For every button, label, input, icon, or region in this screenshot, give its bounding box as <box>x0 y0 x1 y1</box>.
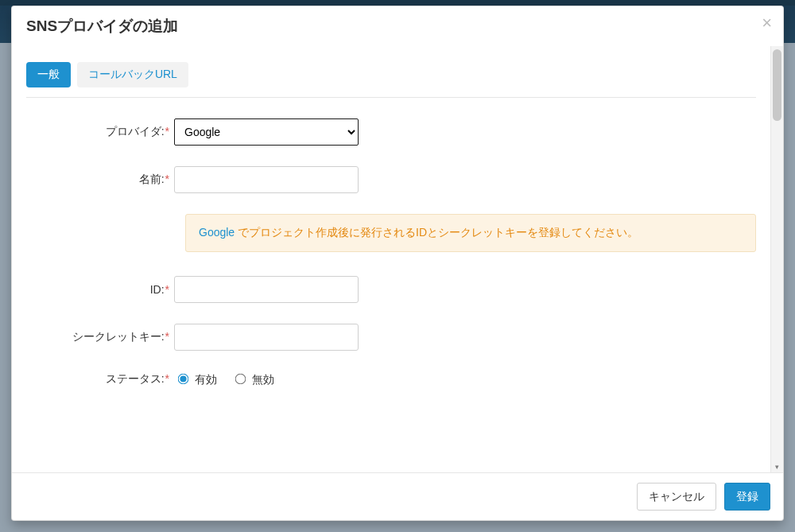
label-status-text: ステータス: <box>106 372 165 385</box>
modal-add-sns-provider: SNSプロバイダの追加 × ▴ ▾ 一般 コールバックURL プロバイダ:* <box>11 6 784 521</box>
label-id: ID:* <box>26 283 174 296</box>
cancel-button[interactable]: キャンセル <box>637 483 716 511</box>
row-id: ID:* <box>26 276 756 303</box>
info-spacer <box>26 214 185 252</box>
label-name: 名前:* <box>26 173 174 187</box>
row-status: ステータス:* 有効 無効 <box>26 371 756 387</box>
label-provider: プロバイダ:* <box>26 125 174 139</box>
tab-general[interactable]: 一般 <box>26 62 71 87</box>
status-radio-group: 有効 無効 <box>174 371 756 387</box>
modal-header: SNSプロバイダの追加 × <box>12 6 783 46</box>
modal-body: ▴ ▾ 一般 コールバックURL プロバイダ:* Google <box>12 46 783 472</box>
required-marker: * <box>165 283 169 296</box>
radio-enabled-label[interactable]: 有効 <box>174 373 220 386</box>
info-alert: Google でプロジェクト作成後に発行されるIDとシークレットキーを登録してく… <box>185 214 756 252</box>
tab-bar: 一般 コールバックURL <box>26 49 756 98</box>
radio-disabled[interactable] <box>235 374 246 385</box>
form-general: プロバイダ:* Google 名前:* <box>26 98 756 387</box>
radio-disabled-label[interactable]: 無効 <box>231 373 274 386</box>
label-id-text: ID: <box>150 283 165 296</box>
label-name-text: 名前: <box>139 173 165 185</box>
scrollbar[interactable]: ▴ ▾ <box>770 46 783 472</box>
info-text: でプロジェクト作成後に発行されるIDとシークレットキーを登録してください。 <box>235 226 638 239</box>
radio-disabled-text: 無効 <box>252 373 274 386</box>
provider-select[interactable]: Google <box>174 118 359 146</box>
label-secret: シークレットキー:* <box>26 330 174 344</box>
label-status: ステータス:* <box>26 372 174 386</box>
name-input[interactable] <box>174 166 359 193</box>
scroll-down-icon[interactable]: ▾ <box>771 461 783 472</box>
secret-input[interactable] <box>174 324 359 351</box>
row-provider: プロバイダ:* Google <box>26 118 756 146</box>
required-marker: * <box>165 372 169 385</box>
radio-enabled-text: 有効 <box>195 373 217 386</box>
id-input[interactable] <box>174 276 359 303</box>
row-secret: シークレットキー:* <box>26 324 756 351</box>
radio-enabled[interactable] <box>178 374 189 385</box>
row-name: 名前:* <box>26 166 756 193</box>
row-info: Google でプロジェクト作成後に発行されるIDとシークレットキーを登録してく… <box>26 214 756 252</box>
page-header-strip <box>0 0 795 6</box>
submit-button[interactable]: 登録 <box>724 483 770 511</box>
required-marker: * <box>165 173 169 185</box>
modal-title: SNSプロバイダの追加 <box>26 16 769 37</box>
label-provider-text: プロバイダ: <box>106 125 165 138</box>
required-marker: * <box>165 330 169 343</box>
info-link-google[interactable]: Google <box>199 226 235 239</box>
required-marker: * <box>165 125 169 138</box>
close-icon[interactable]: × <box>762 14 772 32</box>
modal-footer: キャンセル 登録 <box>12 472 783 520</box>
tab-callback-url[interactable]: コールバックURL <box>77 62 188 87</box>
label-secret-text: シークレットキー: <box>72 330 165 343</box>
scrollbar-thumb[interactable] <box>773 49 781 121</box>
